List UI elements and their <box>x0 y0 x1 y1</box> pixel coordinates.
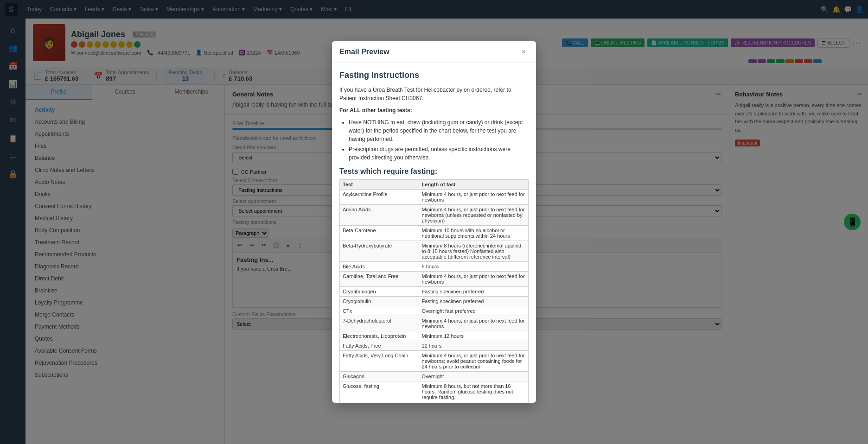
table-header-test: Test <box>340 180 419 190</box>
table-row: CTxOvernight fast preferred <box>340 306 529 316</box>
table-cell-fast: Fasting specimen preferred <box>419 287 528 297</box>
table-cell-fast: 12 hours <box>419 341 528 351</box>
modal-title: Email Preview <box>339 48 389 56</box>
table-cell-test: Beta-Hydroxybutyrate <box>340 241 419 262</box>
table-cell-fast: Minimum 10 hours with no alcohol or nutr… <box>419 226 528 241</box>
table-row: Bile Acids8 hours <box>340 262 529 272</box>
table-row: Beta-HydroxybutyrateMinimum 8 hours (ref… <box>340 241 529 262</box>
table-cell-fast: Minimum 4 hours, or just prior to next f… <box>419 272 528 287</box>
table-cell-fast: Minimum 4 hours, or just prior to next f… <box>419 190 528 205</box>
modal-for-all-text: For ALL other fasting tests: <box>339 106 529 114</box>
table-cell-fast: Minimum 8 hours, but not more than 16 ho… <box>419 402 528 403</box>
fasting-table: Test Length of fast Acylcarnitine Profil… <box>339 179 529 403</box>
table-row: Carnitine, Total and FreeMinimum 4 hours… <box>340 272 529 287</box>
table-cell-test: Glucose, fasting <box>340 381 419 402</box>
table-row: 7-DehydrocholesterolMinimum 4 hours, or … <box>340 316 529 331</box>
modal-bullet-list: Have NOTHING to eat, chew (including gum… <box>339 118 529 162</box>
table-cell-test: Amino Acids <box>340 205 419 226</box>
table-cell-test: Fatty Acids, Very Long Chain <box>340 351 419 372</box>
table-cell-test: Acylcarnitine Profile <box>340 190 419 205</box>
modal-header: Email Preview × <box>332 41 536 63</box>
modal-overlay: Email Preview × Fasting Instructions If … <box>0 0 868 444</box>
table-cell-test: Glucagon <box>340 372 419 381</box>
table-row: Acylcarnitine ProfileMinimum 4 hours, or… <box>340 190 529 205</box>
table-row: Fatty Acids, Very Long ChainMinimum 4 ho… <box>340 351 529 372</box>
modal-body: Fasting Instructions If you have a Urea … <box>332 63 536 403</box>
table-cell-test: Fatty Acids, Free <box>340 341 419 351</box>
table-cell-fast: Fasting specimen preferred <box>419 297 528 306</box>
table-row: Glucose, fastingMinimum 8 hours, but not… <box>340 381 529 402</box>
table-cell-test: 7-Dehydrocholesterol <box>340 316 419 331</box>
table-row: GlucagonOvernight <box>340 372 529 381</box>
modal-section-title: Tests which require fasting: <box>339 167 529 176</box>
table-row: CryoglobulinFasting specimen preferred <box>340 297 529 306</box>
table-cell-fast: Overnight <box>419 372 528 381</box>
table-cell-fast: Minimum 12 hours <box>419 331 528 341</box>
table-cell-test: Carnitine, Total and Free <box>340 272 419 287</box>
table-cell-fast: Minimum 4 hours, or just prior to next f… <box>419 351 528 372</box>
table-row: Fatty Acids, Free12 hours <box>340 341 529 351</box>
modal-close-button[interactable]: × <box>519 47 529 57</box>
table-cell-test: CTx <box>340 306 419 316</box>
table-row: Glucose ToleranceMinimum 8 hours, but no… <box>340 402 529 403</box>
modal-bullet-2: Prescription drugs are permitted, unless… <box>349 145 529 162</box>
email-preview-modal: Email Preview × Fasting Instructions If … <box>332 41 536 403</box>
modal-bullet-1: Have NOTHING to eat, chew (including gum… <box>349 118 529 143</box>
table-cell-fast: Minimum 4 hours, or just prior to next f… <box>419 316 528 331</box>
table-row: Amino AcidsMinimum 4 hours, or just prio… <box>340 205 529 226</box>
table-cell-test: Bile Acids <box>340 262 419 272</box>
table-cell-test: Glucose Tolerance <box>340 402 419 403</box>
table-cell-fast: Minimum 8 hours, but not more than 16 ho… <box>419 381 528 402</box>
table-cell-test: Cryofibrinogen <box>340 287 419 297</box>
table-cell-fast: Overnight fast preferred <box>419 306 528 316</box>
table-cell-test: Beta-Carotene <box>340 226 419 241</box>
modal-intro-text: If you have a Urea Breath Test for Helic… <box>339 86 529 102</box>
table-cell-test: Electrophoresis, Lipoprotein <box>340 331 419 341</box>
table-row: CryofibrinogenFasting specimen preferred <box>340 287 529 297</box>
table-cell-fast: 8 hours <box>419 262 528 272</box>
table-cell-fast: Minimum 4 hours, or just prior to next f… <box>419 205 528 226</box>
table-header-fast: Length of fast <box>419 180 528 190</box>
table-row: Electrophoresis, LipoproteinMinimum 12 h… <box>340 331 529 341</box>
table-cell-fast: Minimum 8 hours (reference interval appl… <box>419 241 528 262</box>
table-cell-test: Cryoglobulin <box>340 297 419 306</box>
table-row: Beta-CaroteneMinimum 10 hours with no al… <box>340 226 529 241</box>
fasting-title: Fasting Instructions <box>339 70 529 80</box>
